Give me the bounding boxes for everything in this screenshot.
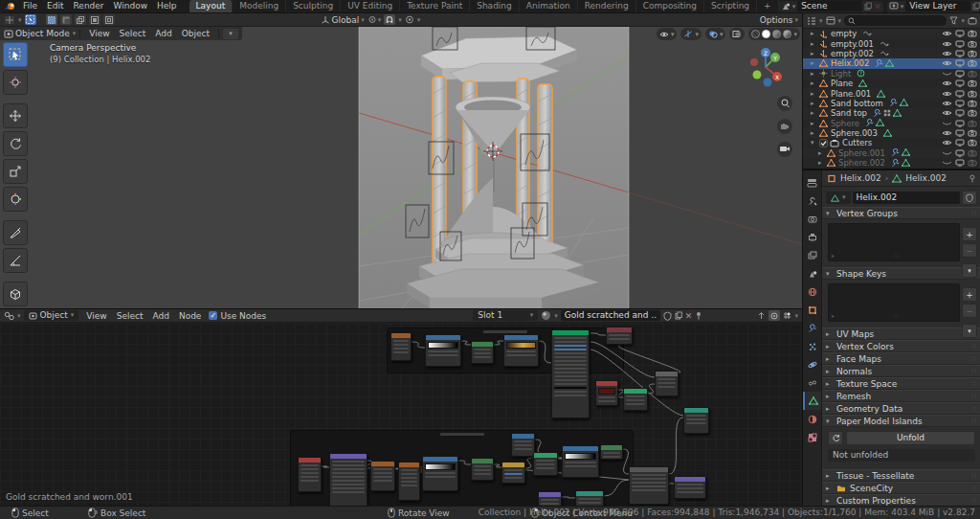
outliner-row-plane[interactable]: ▸Plane xyxy=(803,79,980,88)
panel-header-tissue-tessellate[interactable]: ▸Tissue - Tessellate∷ xyxy=(822,469,980,482)
editor-type-icon[interactable] xyxy=(4,15,15,25)
xray-toggle[interactable] xyxy=(729,28,745,40)
camera-icon[interactable] xyxy=(968,40,977,48)
panel-header-scenecity[interactable]: ▸SceneCity∷ xyxy=(822,482,980,494)
outliner-row-empty-002[interactable]: ▸empty.002 xyxy=(803,49,980,58)
shading-wireframe[interactable] xyxy=(751,30,760,38)
shader-node[interactable] xyxy=(600,444,623,460)
monitor-icon[interactable] xyxy=(955,100,965,107)
outliner-row-plane-001[interactable]: ▸Plane.001 xyxy=(803,88,980,98)
menu-file[interactable]: File xyxy=(18,0,42,12)
properties-tab-render[interactable] xyxy=(803,210,821,228)
eye-closed-icon[interactable] xyxy=(942,70,952,78)
camera-icon[interactable] xyxy=(968,59,977,67)
mode-dropdown[interactable]: Object Mode▾ xyxy=(15,29,76,38)
tool-measure[interactable] xyxy=(3,248,28,273)
use-nodes-checkbox[interactable]: ✓ xyxy=(209,311,217,320)
shader-node[interactable] xyxy=(390,332,412,361)
breadcrumb-data[interactable]: Helix.002 xyxy=(905,173,947,183)
workspace-tab-compositing[interactable]: Compositing xyxy=(636,0,704,12)
camera-icon[interactable] xyxy=(968,50,977,57)
object-name[interactable]: Cutters xyxy=(842,138,872,147)
expand-arrow[interactable]: ▾ xyxy=(811,139,817,147)
shader-node[interactable] xyxy=(298,457,322,492)
remove-item-button[interactable]: − xyxy=(962,304,977,318)
workspace-tab-layout[interactable]: Layout xyxy=(189,0,234,12)
fake-user-shield-icon[interactable] xyxy=(962,191,977,205)
collapse-menus-icon[interactable]: ▾ xyxy=(223,29,238,39)
shader-node[interactable] xyxy=(370,461,395,491)
transform-orientation[interactable]: Global▾ xyxy=(321,15,365,25)
tool-cursor[interactable] xyxy=(3,70,28,95)
properties-tab-object-data[interactable] xyxy=(803,392,821,410)
panel-list-box[interactable]: ▸∷ xyxy=(828,223,960,261)
properties-tab-physics[interactable] xyxy=(803,355,821,373)
mode-icon-4[interactable] xyxy=(89,14,100,25)
outliner-row-cutters[interactable]: ▾Cutters xyxy=(803,138,980,147)
tool-scale[interactable] xyxy=(3,159,28,184)
monitor-icon[interactable] xyxy=(955,149,965,157)
shader-menu-select[interactable]: Select xyxy=(112,311,148,321)
object-name[interactable]: Sphere xyxy=(831,119,859,128)
specials-dropdown[interactable]: ▾ xyxy=(962,324,977,338)
object-name[interactable]: Plane.001 xyxy=(831,89,871,99)
object-name[interactable]: Sand bottom xyxy=(831,99,883,108)
outliner-row-empty-001[interactable]: ▸empty.001 xyxy=(803,38,980,48)
monitor-icon[interactable] xyxy=(955,90,965,98)
shader-node[interactable] xyxy=(683,407,709,434)
object-name[interactable]: Plane xyxy=(831,79,853,88)
monitor-icon[interactable] xyxy=(955,30,965,37)
camera-dim-icon[interactable] xyxy=(968,149,977,157)
panel-header-vertex-colors[interactable]: ▸Vertex Colors∷ xyxy=(822,340,980,352)
workspace-tab-animation[interactable]: Animation xyxy=(520,0,578,12)
expand-arrow[interactable]: ▸ xyxy=(811,40,817,48)
viewport-menu-view[interactable]: View xyxy=(84,29,114,38)
panel-header-vertex-groups[interactable]: ▾Vertex Groups∷ xyxy=(822,207,980,219)
unfold-button[interactable]: Unfold xyxy=(846,431,975,445)
shader-node[interactable] xyxy=(511,433,535,457)
shader-node[interactable] xyxy=(595,380,618,406)
shader-node[interactable] xyxy=(533,452,558,476)
camera-dim-icon[interactable] xyxy=(968,159,977,167)
properties-tab-constraints[interactable] xyxy=(803,373,821,392)
eye-open-icon[interactable] xyxy=(942,90,952,98)
active-tool-select-box[interactable] xyxy=(25,14,36,25)
object-name[interactable]: Sphere.003 xyxy=(831,128,878,138)
outliner-row-sand-top[interactable]: ▸Sand top xyxy=(803,108,980,118)
workspace-tab-uv-editing[interactable]: UV Editing xyxy=(341,0,400,12)
shader-node[interactable] xyxy=(471,458,494,481)
shader-node[interactable] xyxy=(329,453,368,507)
panel-header-paper-model-islands[interactable]: ▾Paper Model Islands∷ xyxy=(822,415,980,427)
blender-logo-icon[interactable] xyxy=(4,1,16,11)
view-layer-name[interactable]: View Layer xyxy=(905,1,970,11)
shader-node[interactable] xyxy=(471,341,494,364)
panel-header-remesh[interactable]: ▸Remesh∷ xyxy=(822,390,980,402)
material-name-field[interactable]: Gold scratched and .. xyxy=(561,310,660,321)
panel-header-custom-properties[interactable]: ▸Custom Properties∷ xyxy=(822,494,980,506)
scene-name[interactable]: Scene xyxy=(797,1,862,11)
object-name[interactable]: empty.001 xyxy=(831,39,874,49)
shader-node[interactable] xyxy=(503,334,539,367)
camera-icon[interactable] xyxy=(968,100,977,107)
camera-icon[interactable] xyxy=(968,90,977,98)
snap-node-icon[interactable] xyxy=(768,310,780,321)
node-graph-canvas[interactable]: Gold scratched and worn.001 xyxy=(0,323,802,507)
properties-tab-view-layer[interactable] xyxy=(803,246,821,264)
view-layer-selector[interactable]: ▾ View Layer ✕ xyxy=(887,1,980,12)
mode-icon-1[interactable] xyxy=(46,14,57,25)
eye-closed-icon[interactable] xyxy=(942,159,952,167)
new-collection-icon[interactable] xyxy=(968,16,977,25)
outliner-row-sphere-002[interactable]: ▸Sphere.002 xyxy=(803,158,980,168)
camera-icon[interactable] xyxy=(968,129,977,137)
object-name[interactable]: Sphere.001 xyxy=(838,148,885,158)
shader-menu-node[interactable]: Node xyxy=(174,311,207,321)
unlink-icon[interactable]: ✕ xyxy=(685,311,693,321)
properties-tab-editor-type[interactable] xyxy=(803,173,821,192)
panel-header-texture-space[interactable]: ▸Texture Space∷ xyxy=(822,377,980,390)
shader-node[interactable] xyxy=(575,490,604,507)
outliner-row-empty[interactable]: ▸empty xyxy=(803,29,980,38)
shading-material[interactable] xyxy=(772,30,781,38)
eye-open-icon[interactable] xyxy=(942,30,952,37)
viewport-menu-add[interactable]: Add xyxy=(150,29,176,38)
expand-arrow[interactable]: ▸ xyxy=(811,70,817,78)
